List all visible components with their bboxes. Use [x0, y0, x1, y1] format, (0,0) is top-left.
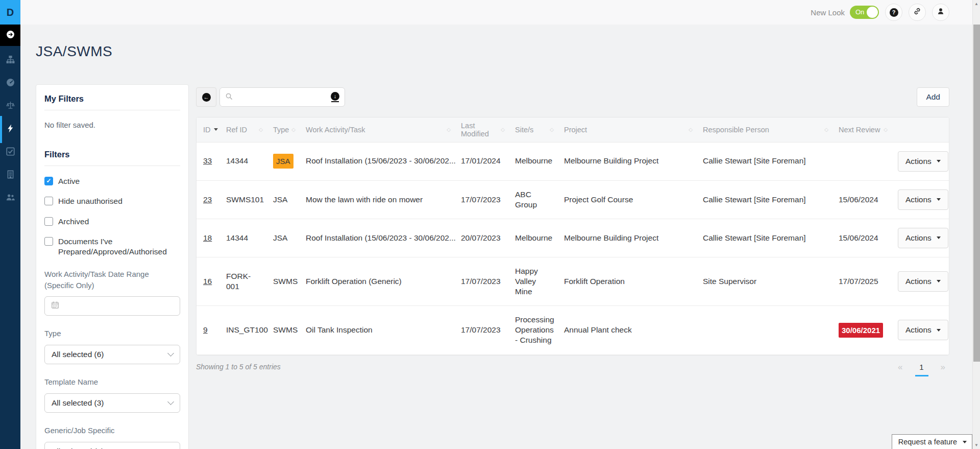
column-header-responsible[interactable]: Responsible Person◇ [698, 117, 834, 142]
row-task: Roof Installation (15/06/2023 - 30/06/20… [301, 219, 456, 257]
link-button[interactable] [909, 4, 926, 21]
sort-desc-icon [214, 128, 218, 131]
checkbox-box[interactable] [44, 237, 53, 246]
calendar-icon [51, 301, 59, 311]
checkbox-active[interactable]: Active [44, 176, 180, 186]
caret-down-icon [937, 198, 941, 201]
row-task: Oil Tank Inspection [301, 306, 456, 355]
column-header-sites[interactable]: Site/s◇ [510, 117, 559, 142]
scrollbar-thumb[interactable] [973, 25, 980, 362]
sidebar-item-orgchart[interactable] [0, 49, 20, 72]
column-header-next-review[interactable]: Next Review◇ [834, 117, 893, 142]
sort-icon: ◇ [689, 127, 693, 132]
column-header-ref-id[interactable]: Ref ID◇ [221, 117, 268, 142]
row-id-link[interactable]: 33 [203, 156, 212, 165]
column-header-id[interactable]: ID [197, 117, 221, 142]
caret-down-icon [937, 160, 941, 162]
pagination-next-icon[interactable]: » [941, 363, 945, 371]
active-page-indicator [915, 375, 928, 376]
row-type: JSA [268, 219, 301, 257]
row-id-link[interactable]: 9 [203, 325, 208, 334]
generic-job-specific-select[interactable]: All selected (2) [44, 442, 180, 449]
sidebar-item-users[interactable] [0, 187, 20, 210]
sidebar-item-jsa-swms[interactable] [0, 118, 20, 141]
row-ref-id: FORK-001 [221, 257, 268, 305]
checkbox-box[interactable] [44, 197, 53, 205]
column-header-last-modified[interactable]: Last Modified◇ [456, 117, 510, 142]
row-type: SWMS [268, 306, 301, 355]
search-input[interactable] [237, 92, 327, 102]
select-value: All selected (6) [52, 350, 104, 359]
help-button[interactable]: ? [885, 4, 902, 21]
sort-icon: ◇ [259, 127, 263, 132]
row-type: SWMS [268, 257, 301, 305]
search-icon [225, 92, 233, 102]
sidebar-item-dashboard[interactable] [0, 72, 20, 95]
column-header-type[interactable]: Type◇ [268, 117, 301, 142]
actions-button[interactable]: Actions [898, 190, 948, 210]
actions-button[interactable]: Actions [898, 271, 948, 292]
row-project: Project Golf Course [559, 180, 698, 219]
sidebar-item-checklists[interactable] [0, 141, 20, 164]
sidebar-item-compliance[interactable] [0, 95, 20, 118]
link-icon [913, 7, 921, 17]
profile-button[interactable] [932, 4, 949, 21]
new-look-toggle[interactable]: On [850, 6, 879, 19]
template-name-label: Template Name [44, 376, 180, 388]
checkbox-archived[interactable]: Archived [44, 217, 180, 226]
pagination: « 1 » [898, 363, 945, 376]
checkbox-hide-unauthorised[interactable]: Hide unauthorised [44, 196, 180, 206]
row-task: Roof Installation (15/06/2023 - 30/06/20… [301, 142, 456, 180]
new-look-label: New Look [811, 8, 845, 17]
scrollbar-up-arrow[interactable]: ▲ [973, 2, 980, 6]
sidebar-nav-list [0, 49, 20, 210]
search-box[interactable]: ↓ [219, 87, 345, 107]
actions-button[interactable]: Actions [898, 151, 948, 172]
table-row: 18 14344 JSA Roof Installation (15/06/20… [197, 219, 949, 257]
chevron-down-icon [167, 398, 174, 405]
table-row: 9 INS_GT100 SWMS Oil Tank Inspection 17/… [197, 306, 949, 355]
row-id-link[interactable]: 18 [203, 233, 212, 242]
template-name-select[interactable]: All selected (3) [44, 393, 180, 413]
gauge-icon [6, 78, 15, 89]
row-id-link[interactable]: 16 [203, 277, 212, 286]
checkbox-box[interactable] [44, 177, 53, 185]
checkbox-label: Documents I've Prepared/Approved/Authori… [58, 237, 180, 256]
table-header-row: ID Ref ID◇ Type◇ Work Activity/Task◇ Las… [197, 117, 949, 142]
generic-job-specific-label: Generic/Job Specific [44, 425, 180, 436]
sidebar-item-company[interactable] [0, 164, 20, 187]
date-range-input[interactable] [44, 296, 180, 316]
documents-table: ID Ref ID◇ Type◇ Work Activity/Task◇ Las… [197, 117, 949, 355]
checkbox-documents-ive[interactable]: Documents I've Prepared/Approved/Authori… [44, 237, 180, 256]
checkbox-box[interactable] [44, 217, 53, 226]
no-filter-text: No filter saved. [44, 121, 180, 129]
actions-button[interactable]: Actions [898, 228, 948, 248]
actions-button[interactable]: Actions [898, 320, 948, 340]
pagination-prev-icon[interactable]: « [898, 363, 902, 371]
select-value: All selected (2) [52, 447, 104, 449]
pagination-page-1[interactable]: 1 [915, 363, 928, 376]
column-header-project[interactable]: Project◇ [559, 117, 698, 142]
collapse-filters-button[interactable]: ← [196, 87, 216, 107]
row-responsible: Callie Stewart [Site Foreman] [698, 219, 834, 257]
help-icon: ? [890, 8, 898, 17]
sidebar-item-launch[interactable] [0, 25, 20, 46]
type-badge: JSA [273, 154, 293, 169]
row-id-link[interactable]: 23 [203, 195, 212, 204]
row-next-review: 15/06/2024 [834, 219, 893, 257]
entries-summary: Showing 1 to 5 of 5 entries [196, 363, 281, 371]
download-icon[interactable]: ↓ [331, 92, 339, 103]
table-toolbar: ← ↓ Add [196, 87, 949, 107]
page-scrollbar[interactable]: ▲ ▼ [972, 0, 980, 449]
column-header-task[interactable]: Work Activity/Task◇ [301, 117, 456, 142]
type-select[interactable]: All selected (6) [44, 345, 180, 364]
check-square-icon [6, 147, 15, 158]
sitemap-icon [6, 55, 15, 66]
app-logo[interactable]: D [0, 0, 20, 25]
row-site: Happy Valley Mine [510, 257, 559, 305]
add-button[interactable]: Add [917, 87, 949, 107]
scrollbar-down-arrow[interactable]: ▼ [973, 443, 980, 447]
request-feature-label: Request a feature [898, 438, 957, 446]
request-feature-button[interactable]: Request a feature [892, 434, 972, 449]
sort-icon: ◇ [884, 127, 888, 132]
